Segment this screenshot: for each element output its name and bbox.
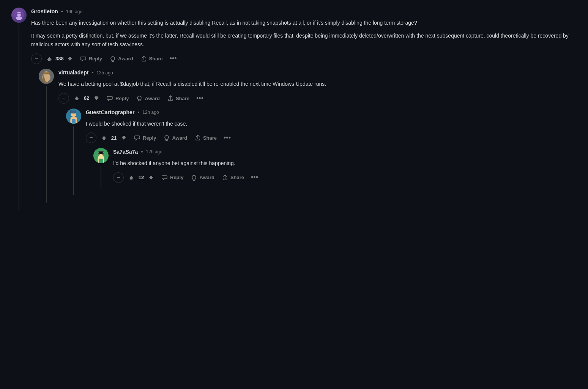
comment-virtualadept: virtualadept • 13h ago We have a betting… <box>39 69 573 203</box>
comment-header-grostleton: Grostleton • 16h ago <box>31 8 573 16</box>
comment-text-guestcartographer: I would be shocked if that weren't the c… <box>86 120 573 128</box>
collapse-button-guestcartographer[interactable]: − <box>86 132 96 143</box>
downvote-button-guestcartographer[interactable] <box>119 133 128 142</box>
vote-group-guestcartographer: 21 <box>99 133 128 142</box>
svg-point-3 <box>17 13 19 14</box>
vote-count-sa7asa7a: 12 <box>137 174 145 181</box>
upvote-icon-virtualadept <box>74 95 80 101</box>
collapse-line-grostleton[interactable] <box>19 25 19 210</box>
upvote-button-sa7asa7a[interactable] <box>127 173 136 182</box>
comment-header-virtualadept: virtualadept • 13h ago <box>58 69 573 77</box>
comment-left-virtualadept <box>39 69 54 203</box>
comment-text-sa7asa7a: I'd be shocked if anyone bet against thi… <box>113 159 573 167</box>
share-button-virtualadept[interactable]: Share <box>164 93 192 104</box>
share-icon-virtualadept <box>167 95 173 101</box>
award-button-guestcartographer[interactable]: Award <box>161 132 190 143</box>
award-icon-virtualadept <box>136 95 142 101</box>
collapse-button-virtualadept[interactable]: − <box>58 93 69 104</box>
collapse-button-sa7asa7a[interactable]: − <box>113 172 124 183</box>
reply-label-virtualadept: Reply <box>115 96 129 101</box>
award-icon-grostleton <box>110 56 116 62</box>
vote-count-virtualadept: 62 <box>83 94 90 102</box>
reply-button-grostleton[interactable]: Reply <box>77 54 105 64</box>
collapse-icon-guestcartographer: − <box>89 135 93 141</box>
vote-count-guestcartographer: 21 <box>110 134 118 142</box>
reply-button-virtualadept[interactable]: Reply <box>104 93 132 104</box>
collapse-icon-grostleton: − <box>35 56 38 62</box>
separator-guestcartographer: • <box>137 109 139 117</box>
comment-sa7asa7a: Sa7aSa7a • 12h ago I'd be shocked if any… <box>93 148 573 187</box>
comment-body-virtualadept: virtualadept • 13h ago We have a betting… <box>58 69 573 203</box>
award-label-guestcartographer: Award <box>172 135 187 141</box>
username-virtualadept: virtualadept <box>58 69 88 77</box>
comment-grostleton: Grostleton • 16h ago Has there been any … <box>11 8 573 210</box>
avatar-grostleton <box>11 8 27 23</box>
vote-count-grostleton: 388 <box>55 55 64 63</box>
upvote-button-grostleton[interactable] <box>45 54 54 63</box>
time-sa7asa7a: 12h ago <box>146 148 162 155</box>
vote-group-virtualadept: 62 <box>72 94 101 103</box>
svg-rect-24 <box>99 159 103 163</box>
award-button-virtualadept[interactable]: Award <box>133 93 163 104</box>
reply-button-sa7asa7a[interactable]: Reply <box>159 172 186 183</box>
upvote-icon-sa7asa7a <box>128 175 134 181</box>
more-button-guestcartographer[interactable]: ••• <box>221 132 233 143</box>
award-label-sa7asa7a: Award <box>199 175 214 180</box>
reply-button-guestcartographer[interactable]: Reply <box>131 132 159 143</box>
collapse-icon-sa7asa7a: − <box>117 175 120 181</box>
upvote-button-guestcartographer[interactable] <box>99 133 109 142</box>
share-icon-grostleton <box>141 56 147 62</box>
share-label-sa7asa7a: Share <box>230 175 244 180</box>
time-guestcartographer: 12h ago <box>142 109 159 116</box>
upvote-icon-grostleton <box>46 56 52 62</box>
share-button-sa7asa7a[interactable]: Share <box>219 172 247 183</box>
more-button-grostleton[interactable]: ••• <box>167 53 179 64</box>
svg-rect-15 <box>72 119 76 124</box>
comment-body-guestcartographer: GuestCartographer • 12h ago I would be s… <box>86 109 573 195</box>
more-button-sa7asa7a[interactable]: ••• <box>249 172 260 183</box>
comment-thread: Grostleton • 16h ago Has there been any … <box>11 8 573 210</box>
more-icon-sa7asa7a: ••• <box>251 173 258 181</box>
reply-label-guestcartographer: Reply <box>143 135 156 141</box>
downvote-icon-grostleton <box>67 56 73 62</box>
reply-icon-sa7asa7a <box>162 175 168 181</box>
svg-point-23 <box>102 153 104 154</box>
share-icon-sa7asa7a <box>222 175 228 181</box>
downvote-button-sa7asa7a[interactable] <box>147 173 156 182</box>
award-button-sa7asa7a[interactable]: Award <box>188 172 218 183</box>
avatar-sa7asa7a <box>93 148 109 163</box>
upvote-button-virtualadept[interactable] <box>72 94 81 103</box>
svg-point-25 <box>192 175 196 179</box>
nested-guestcartographer: GuestCartographer • 12h ago I would be s… <box>66 109 573 195</box>
more-icon-guestcartographer: ••• <box>224 134 231 142</box>
more-button-virtualadept[interactable]: ••• <box>194 93 206 104</box>
award-button-grostleton[interactable]: Award <box>107 54 136 64</box>
svg-point-5 <box>111 57 115 60</box>
comment-guestcartographer: GuestCartographer • 12h ago I would be s… <box>66 109 573 195</box>
collapse-button-grostleton[interactable]: − <box>31 54 42 64</box>
share-button-grostleton[interactable]: Share <box>138 54 166 64</box>
share-label-guestcartographer: Share <box>203 135 217 141</box>
share-button-guestcartographer[interactable]: Share <box>192 132 220 143</box>
svg-rect-13 <box>71 110 76 113</box>
downvote-icon-virtualadept <box>93 95 99 101</box>
collapse-line-sa7asa7a[interactable] <box>101 165 101 187</box>
share-label-virtualadept: Share <box>176 96 189 101</box>
svg-rect-14 <box>70 110 71 113</box>
action-bar-virtualadept: − 62 <box>58 93 573 104</box>
share-icon-guestcartographer <box>195 135 201 141</box>
collapse-line-virtualadept[interactable] <box>46 86 47 203</box>
svg-point-22 <box>98 153 100 154</box>
comment-para1-virtualadept: We have a betting pool at $dayjob that, … <box>58 80 573 88</box>
comment-left-guestcartographer <box>66 109 81 195</box>
collapse-line-guestcartographer[interactable] <box>73 126 74 195</box>
award-icon-sa7asa7a <box>191 175 197 181</box>
downvote-button-grostleton[interactable] <box>65 54 74 63</box>
separator-grostleton: • <box>61 8 63 16</box>
award-icon-guestcartographer <box>164 135 170 141</box>
downvote-button-virtualadept[interactable] <box>92 94 101 103</box>
reply-label-sa7asa7a: Reply <box>170 175 183 180</box>
avatar-icon-guestcartographer <box>66 109 81 124</box>
upvote-icon-guestcartographer <box>101 135 107 141</box>
nested-sa7asa7a: Sa7aSa7a • 12h ago I'd be shocked if any… <box>93 148 573 187</box>
